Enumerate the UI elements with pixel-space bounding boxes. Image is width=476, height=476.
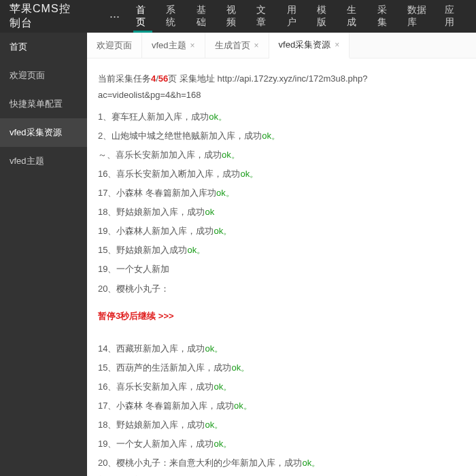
- close-icon[interactable]: ×: [335, 40, 339, 50]
- sidebar-item[interactable]: vfed采集资源: [0, 118, 87, 147]
- tab[interactable]: vfed采集资源×: [269, 33, 350, 58]
- log-line: 15、西葫芦的生活新加入库，成功ok。: [98, 358, 465, 377]
- log-ok: ok。: [216, 188, 235, 198]
- main-panel: 欢迎页面vfed主题×生成首页×vfed采集资源× 当前采集任务4/56页 采集…: [87, 33, 476, 476]
- log-text: 西葫芦的生活新加入库，成功: [116, 362, 231, 373]
- footer-line: 暂停3秒后继续 >>> 如果您的浏览器没有自动跳转，请点击这里: [98, 473, 465, 476]
- nav-item[interactable]: 模版: [309, 0, 339, 33]
- nav-item[interactable]: 系统: [158, 0, 188, 33]
- tab-label: vfed主题: [152, 39, 186, 52]
- log-num: 2、: [98, 131, 112, 141]
- log-num: 14、: [98, 343, 116, 354]
- sidebar-item[interactable]: 快捷菜单配置: [0, 90, 87, 118]
- log-num: 17、: [98, 188, 116, 198]
- log-line: 18、野姑娘新加入库，成功ok: [98, 203, 465, 222]
- tab-label: 欢迎页面: [97, 39, 132, 52]
- log-num: 16、: [98, 381, 116, 392]
- log-text: 一个女人新加入库，成功: [116, 439, 214, 449]
- log-line: 20、樱桃小丸子：来自意大利的少年新加入库，成功ok。: [98, 454, 465, 473]
- log-text: 赛车狂人新加入库，成功: [112, 112, 209, 122]
- tab[interactable]: 生成首页×: [205, 33, 269, 58]
- log-line: 16、喜乐长安新加入断加入库，成功ok。: [98, 165, 465, 184]
- log-ok: ok。: [214, 226, 232, 236]
- log-text: 小森林人新加入库，成功: [116, 226, 214, 236]
- log-text: 山炮城中城之绝世艳贼新加入库，成功: [112, 131, 262, 141]
- brand-title: 苹果CMS控制台: [10, 2, 81, 31]
- log-ok: ok。: [222, 150, 240, 160]
- log-text: 樱桃小丸子：来自意大利的少年新加入库，成功: [116, 458, 302, 468]
- status-total: 56: [158, 73, 168, 84]
- nav-item[interactable]: 采集: [369, 0, 399, 33]
- log-ok: ok。: [209, 112, 227, 122]
- log-num: 16、: [98, 169, 116, 179]
- log-text: 野姑娘新加入成功: [116, 245, 187, 255]
- log-num: 19、: [98, 226, 116, 236]
- log-text: 小森林 冬春篇新加入库功: [116, 188, 216, 198]
- log-ok: ok: [205, 207, 214, 217]
- log-num: 19、: [98, 264, 116, 274]
- log-text: 野姑娘新加入库，成功: [116, 207, 205, 217]
- log-num: 20、: [98, 284, 116, 294]
- sidebar-item[interactable]: 首页: [0, 33, 87, 61]
- log-block-1: 1、赛车狂人新加入库，成功ok。2、山炮城中城之绝世艳贼新加入库，成功ok。～、…: [98, 107, 465, 298]
- close-icon[interactable]: ×: [254, 41, 259, 50]
- log-line: 1、赛车狂人新加入库，成功ok。: [98, 107, 465, 126]
- log-text: 喜乐长安新加入断加入库，成功: [116, 169, 240, 179]
- log-text: 喜乐长安新加加入库，成功: [116, 150, 222, 160]
- log-num: 18、: [98, 207, 116, 217]
- tab-label: vfed采集资源: [279, 39, 331, 51]
- sidebar-item[interactable]: 欢迎页面: [0, 61, 87, 90]
- log-num: 15、: [98, 245, 116, 255]
- log-ok: ok。: [205, 343, 223, 354]
- nav-item[interactable]: 文章: [248, 0, 278, 33]
- log-line: 20、樱桃小丸子：: [98, 279, 465, 299]
- status-unit: 页: [168, 73, 177, 84]
- log-text: 樱桃小丸子：: [116, 284, 169, 294]
- log-num: ～、: [98, 150, 116, 160]
- tab[interactable]: 欢迎页面: [87, 33, 142, 58]
- nav-item[interactable]: 用户: [279, 0, 309, 33]
- tab-label: 生成首页: [215, 39, 250, 52]
- log-line: 16、喜乐长安新加入库，成功ok。: [98, 377, 465, 396]
- log-text: 西藏班新加入库，成功: [116, 343, 205, 354]
- status-line: 当前采集任务4/56页 采集地址 http://api.172zy.xyz/in…: [98, 71, 465, 103]
- log-ok: ok。: [214, 439, 232, 449]
- log-num: 19、: [98, 439, 116, 449]
- log-ok: ok。: [205, 420, 223, 430]
- log-line: ～、喜乐长安新加加入库，成功ok。: [98, 146, 465, 165]
- log-line: 15、野姑娘新加入成功ok。: [98, 241, 465, 260]
- log-line: 19、一个女人新加入库，成功ok。: [98, 435, 465, 454]
- log-ok: ok。: [302, 458, 320, 468]
- log-line: 17、小森林 冬春篇新加入库功ok。: [98, 184, 465, 203]
- log-text: 喜乐长安新加入库，成功: [116, 381, 214, 392]
- nav-item[interactable]: 视频: [218, 0, 248, 33]
- log-line: 18、野姑娘新加入库，成功ok。: [98, 415, 465, 435]
- log-ok: ok。: [262, 131, 280, 141]
- log-line: 19、小森林人新加入库，成功ok。: [98, 222, 465, 241]
- log-num: 18、: [98, 420, 116, 430]
- nav-item[interactable]: 基础: [188, 0, 218, 33]
- log-ok: ok。: [214, 381, 232, 392]
- log-line: 17、小森林 冬春篇新加入库，成功ok。: [98, 396, 465, 415]
- sidebar: 首页欢迎页面快捷菜单配置vfed采集资源vfed主题: [0, 33, 87, 476]
- nav-more-icon[interactable]: ···: [101, 10, 128, 24]
- nav-item[interactable]: 数据库: [399, 0, 437, 33]
- nav-item[interactable]: 生成: [339, 0, 369, 33]
- log-text: 一个女人新加: [116, 264, 169, 274]
- status-url-label: 采集地址: [177, 73, 217, 84]
- tab[interactable]: vfed主题×: [142, 33, 205, 58]
- nav-item[interactable]: 应用: [437, 0, 466, 33]
- log-ok: ok。: [240, 169, 258, 179]
- nav-item[interactable]: 首页: [128, 0, 158, 33]
- close-icon[interactable]: ×: [190, 41, 195, 50]
- log-text: 野姑娘新加入库，成功: [116, 420, 205, 430]
- top-nav: 首页系统基础视频文章用户模版生成采集数据库应用: [128, 0, 466, 33]
- log-line: 19、一个女人新加: [98, 260, 465, 279]
- log-num: 15、: [98, 362, 116, 373]
- log-num: 1、: [98, 112, 112, 122]
- sidebar-item[interactable]: vfed主题: [0, 147, 87, 175]
- log-block-2: 14、西藏班新加入库，成功ok。15、西葫芦的生活新加入库，成功ok。16、喜乐…: [98, 339, 465, 473]
- log-ok: ok。: [187, 245, 205, 255]
- topbar: 苹果CMS控制台 ··· 首页系统基础视频文章用户模版生成采集数据库应用: [0, 0, 476, 33]
- log-num: 17、: [98, 401, 116, 411]
